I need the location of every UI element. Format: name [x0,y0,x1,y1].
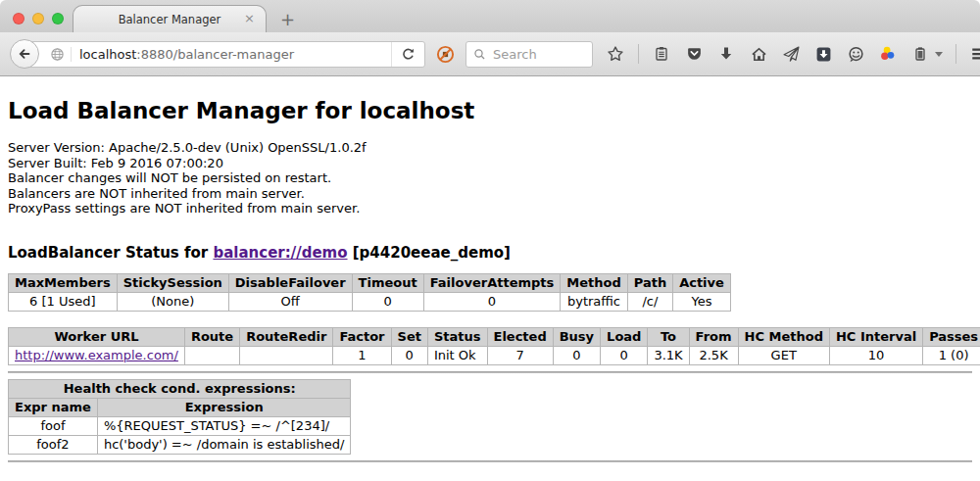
paper-plane-icon [783,46,800,63]
video-download-button[interactable] [813,44,833,64]
chevron-down-icon[interactable] [935,52,943,57]
home-icon [751,46,767,63]
column-header: Worker URL [9,327,185,346]
toolbar-buttons [606,44,980,64]
reading-list-button[interactable] [652,44,671,64]
downloads-button[interactable] [716,44,736,64]
search-box[interactable] [466,41,593,68]
tab-balancer-manager[interactable]: Balancer Manager × [73,5,267,32]
column-header: Active [673,273,731,292]
table-header-row: Worker URL Route RouteRedir Factor Set S… [9,327,980,346]
window-titlebar: Balancer Manager × + [0,0,980,32]
loadbalancer-status-heading: LoadBalancer Status for balancer://demo … [8,244,972,262]
flashblock-icon [436,45,455,64]
back-arrow-icon [17,46,32,62]
reload-button[interactable] [391,42,424,67]
menu-button[interactable] [969,44,980,64]
worker-status-table: Worker URL Route RouteRedir Factor Set S… [8,327,980,365]
column-header: Busy [553,327,600,346]
column-header: HC Interval [829,327,922,346]
close-window-button[interactable] [13,13,24,24]
search-input[interactable] [491,46,585,63]
load-cell: 0 [601,346,648,364]
browser-toolbar: localhost:8880/balancer-manager [0,32,980,76]
column-header: Passes [923,327,980,346]
table-cell: 6 [1 Used] [9,292,118,311]
column-header: To [648,327,689,346]
page-content: Load Balancer Manager for localhost Serv… [0,76,980,462]
table-cell: 0 [423,292,561,311]
colorzilla-button[interactable] [878,44,898,64]
balancer-settings-table: MaxMembers StickySession DisableFailover… [8,273,731,312]
expression-row: foof2 hc('body') =~ /domain is establish… [9,435,351,454]
url-host: localhost [79,47,136,62]
table-cell: Off [228,292,352,311]
tab-title: Balancer Manager [119,13,221,26]
back-button[interactable] [10,39,39,69]
elected-cell: 7 [487,346,553,364]
battery-extension-button[interactable] [910,44,930,64]
status-heading-suffix: [p4420eeae_demo] [348,244,511,262]
url-path: :8880/balancer-manager [136,47,294,62]
tab-close-icon[interactable]: × [244,12,255,24]
section-divider [8,371,972,373]
status-heading-prefix: LoadBalancer Status for [8,244,213,262]
column-header: FailoverAttempts [423,273,561,292]
reload-icon [401,47,416,62]
search-icon [473,48,486,61]
new-tab-button[interactable]: + [280,9,295,29]
column-header: From [689,327,738,346]
pocket-icon [686,46,703,63]
toolbar-separator [956,44,956,64]
table-row: 6 [1 Used] (None) Off 0 0 bytraffic /c/ … [9,292,731,311]
column-header: Load [601,327,648,346]
smiley-icon [848,46,864,63]
expr-name-cell: foof2 [9,435,98,454]
expr-name-cell: foof [9,416,98,435]
persist-note-line: Balancer changes will NOT be persisted o… [8,170,972,186]
health-table-title: Health check cond. expressions: [9,379,351,398]
column-header: Path [627,273,672,292]
worker-url-cell: http://www.example.com/ [9,346,185,364]
hc-method-cell: GET [738,346,829,364]
globe-icon [50,47,65,62]
toolbar-separator [638,44,639,64]
site-identity-button[interactable] [44,47,72,62]
bookmark-star-button[interactable] [606,44,625,64]
worker-row: http://www.example.com/ 1 0 Init Ok 7 0 … [9,346,980,364]
column-header: HC Method [738,327,829,346]
home-button[interactable] [749,44,768,64]
status-cell: Init Ok [427,346,487,364]
table-cell: Yes [673,292,731,311]
send-to-device-button[interactable] [781,44,801,64]
server-version-line: Server Version: Apache/2.5.0-dev (Unix) … [8,140,972,156]
table-header-row: MaxMembers StickySession DisableFailover… [9,273,731,292]
page-title: Load Balancer Manager for localhost [8,98,972,123]
window-controls [13,13,64,24]
flashblock-extension-button[interactable] [436,45,455,64]
url-text: localhost:8880/balancer-manager [79,47,294,62]
pocket-button[interactable] [684,44,704,64]
worker-url-link[interactable]: http://www.example.com/ [15,348,178,362]
hc-interval-cell: 10 [829,346,922,364]
column-header: Route [184,327,239,346]
table-cell: 0 [352,292,423,311]
urlbar-input[interactable]: localhost:8880/balancer-manager [24,41,425,68]
feedback-button[interactable] [846,44,865,64]
battery-icon [912,46,928,62]
column-header: DisableFailover [228,273,352,292]
set-cell: 0 [391,346,427,364]
hamburger-icon [970,45,980,63]
column-header: Status [427,327,487,346]
column-header: StickySession [117,273,228,292]
zoom-window-button[interactable] [52,13,64,24]
route-cell [184,346,239,364]
colorzilla-icon [879,45,897,63]
table-cell: bytraffic [561,292,627,311]
minimize-window-button[interactable] [32,13,44,24]
column-header: Elected [487,327,553,346]
column-header: Set [391,327,427,346]
busy-cell: 0 [553,346,600,364]
proxypass-note-line: ProxyPass settings are NOT inherited fro… [8,201,972,216]
balancer-demo-link[interactable]: balancer://demo [213,244,347,262]
